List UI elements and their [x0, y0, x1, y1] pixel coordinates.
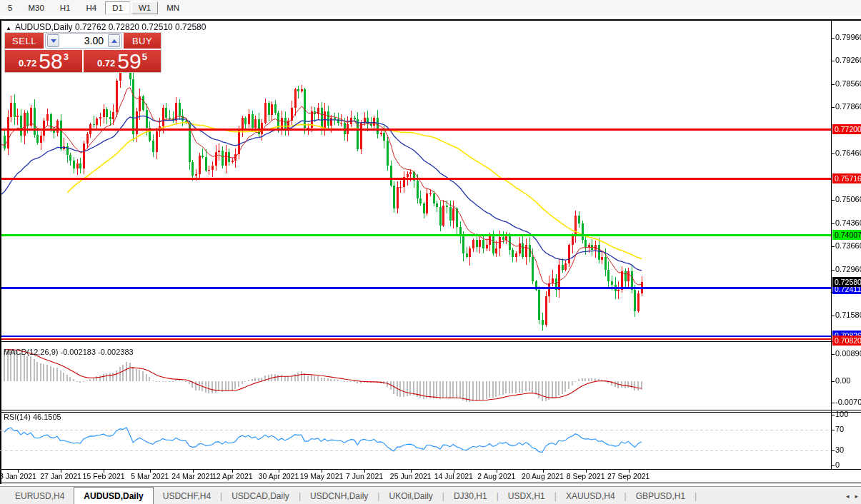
chart-ohlc-title: AUDUSD,Daily 0.72762 0.72820 0.72510 0.7… — [15, 22, 206, 32]
chart-tab-audusd-daily[interactable]: AUDUSD,Daily — [74, 487, 153, 504]
chart-tab-eurusd-h4[interactable]: EURUSD,H4 — [6, 487, 74, 504]
tab-scroll-right-icon[interactable]: ▸ — [855, 493, 858, 500]
rsi-axis-label: 100 — [835, 410, 848, 418]
price-axis-label: 0.78560 — [835, 79, 861, 88]
chart-tab-bar: EURUSD,H4AUDUSD,DailyUSDCHF,H4|USDCAD,Da… — [0, 486, 861, 504]
timeframe-button-mn[interactable]: MN — [159, 1, 186, 14]
volume-increase-button[interactable] — [108, 34, 120, 47]
price-badge: 0.74007 — [832, 230, 861, 240]
price-axis-label: 0.72960 — [835, 265, 861, 273]
rsi-label: RSI(14) 46.1505 — [4, 413, 61, 421]
price-axis-label: 0.71580 — [835, 311, 861, 319]
rsi-axis-label: 70 — [835, 425, 844, 433]
date-axis-label: 15 Feb 2021 — [79, 472, 129, 480]
price-axis-label: 0.79960 — [835, 33, 861, 41]
price-chart-canvas[interactable] — [0, 19, 861, 485]
sell-price-prefix: 0.72 — [19, 58, 36, 69]
price-axis-label: 0.75060 — [835, 195, 861, 203]
date-axis-label: 2 Aug 2021 — [472, 472, 522, 480]
tab-scroll-left-icon[interactable]: ◂ — [846, 493, 850, 500]
macd-axis-label: 0.00 — [835, 376, 850, 385]
chart-tab-gbpusd-h1[interactable]: GBPUSD,H1 — [627, 487, 695, 504]
price-badge: 0.70820 — [832, 336, 861, 346]
timeframe-button-w1[interactable]: W1 — [131, 1, 158, 14]
chart-title: ▲AUDUSD,Daily 0.72762 0.72820 0.72510 0.… — [6, 22, 206, 32]
chart-tab-xauusd-h4[interactable]: XAUUSD,H4 — [557, 487, 624, 504]
buy-price-pip: 5 — [142, 51, 147, 62]
date-axis-label: 7 Jun 2021 — [339, 472, 389, 480]
volume-decrease-button[interactable] — [47, 34, 59, 47]
volume-input[interactable] — [61, 34, 106, 47]
timeframe-button-h1[interactable]: H1 — [53, 1, 78, 14]
macd-axis-label: 0.008904 — [835, 349, 861, 358]
chart-tab-usdx-h1[interactable]: USDX,H1 — [499, 487, 554, 504]
collapse-panel-icon[interactable]: ▲ — [6, 25, 11, 31]
buy-button[interactable]: BUY — [124, 33, 161, 49]
price-axis-label: 0.76460 — [835, 148, 861, 157]
buy-price-prefix: 0.72 — [97, 58, 115, 69]
price-badge: 0.77200 — [832, 124, 861, 134]
sell-button[interactable]: SELL — [5, 33, 44, 49]
price-axis-label: 0.77860 — [835, 102, 861, 111]
timeframe-button-5[interactable]: 5 — [1, 1, 19, 14]
price-badge: 0.75716 — [832, 173, 861, 183]
buy-price-big: 59 — [117, 51, 141, 71]
triangle-down-icon — [51, 39, 56, 43]
chart-tab-usdchf-h4[interactable]: USDCHF,H4 — [154, 487, 220, 504]
price-axis-label: 0.73660 — [835, 241, 861, 250]
sell-price-pip: 3 — [64, 51, 69, 62]
price-axis-label: 0.79260 — [835, 56, 861, 64]
macd-label: MACD(12,26,9) -0.002183 -0.002383 — [4, 348, 134, 356]
timeframe-button-m30[interactable]: M30 — [21, 1, 51, 14]
volume-spinner — [45, 33, 122, 49]
date-axis-label: 27 Sep 2021 — [604, 472, 654, 480]
price-badge: 0.72580 — [832, 277, 861, 287]
one-click-trading-panel: SELL BUY 0.72583 0.72595 — [4, 32, 161, 73]
sell-price-button[interactable]: 0.72583 — [5, 50, 82, 72]
rsi-axis-label: 0 — [835, 460, 840, 469]
trade-panel-price-row: 0.72583 0.72595 — [5, 50, 161, 72]
sell-price-big: 58 — [39, 51, 62, 71]
price-axis-label: 0.74360 — [835, 218, 861, 227]
date-axis-label: 12 Apr 2021 — [207, 472, 257, 480]
tab-scroll-arrows: ◂ ▸ — [846, 487, 858, 504]
timeframe-toolbar: 5M30H1H4D1W1MN — [0, 0, 861, 16]
triangle-up-icon — [111, 39, 117, 43]
tab-separator: | — [695, 487, 697, 504]
trade-panel-top-row: SELL BUY — [5, 33, 161, 49]
mt4-window: 5M30H1H4D1W1MN ▲AUDUSD,Daily 0.72762 0.7… — [0, 0, 861, 504]
chart-tab-ukoil-daily[interactable]: UKOil,Daily — [379, 487, 442, 504]
timeframe-button-d1[interactable]: D1 — [105, 1, 130, 14]
chart-tabs: EURUSD,H4AUDUSD,DailyUSDCHF,H4|USDCAD,Da… — [0, 487, 697, 504]
chart-tab-usdcad-daily[interactable]: USDCAD,Daily — [222, 487, 299, 504]
chart-tab-dj30-h1[interactable]: DJ30,H1 — [444, 487, 497, 504]
rsi-axis-label: 30 — [835, 445, 844, 454]
chart-tab-usdcnh-daily[interactable]: USDCNH,Daily — [301, 487, 377, 504]
timeframe-button-h4[interactable]: H4 — [79, 1, 104, 14]
buy-price-button[interactable]: 0.72595 — [84, 50, 161, 72]
macd-axis-label: -0.007017 — [835, 398, 861, 406]
